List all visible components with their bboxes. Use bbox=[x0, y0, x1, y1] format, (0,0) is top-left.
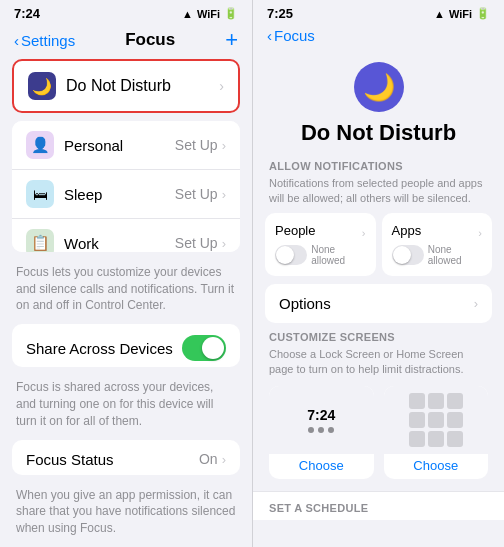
personal-icon: 👤 bbox=[26, 131, 54, 159]
app-icon-2 bbox=[428, 393, 444, 409]
app-icon-1 bbox=[409, 393, 425, 409]
r-battery-icon: 🔋 bbox=[476, 7, 490, 20]
people-apps-cards: People › None allowed Apps › None allowe… bbox=[265, 213, 492, 276]
lock-screen-choose-button[interactable]: Choose bbox=[299, 454, 344, 475]
options-chevron-icon: › bbox=[474, 296, 478, 311]
customize-screens-section: CUSTOMIZE SCREENS Choose a Lock Screen o… bbox=[253, 331, 504, 487]
sleep-item[interactable]: 🛏 Sleep Set Up › bbox=[12, 170, 240, 219]
app-icon-3 bbox=[447, 393, 463, 409]
work-label: Work bbox=[64, 235, 175, 252]
right-status-bar: 7:25 ▲ WiFi 🔋 bbox=[253, 0, 504, 25]
focus-status-row[interactable]: Focus Status On › bbox=[12, 440, 240, 475]
customize-screens-desc: Choose a Lock Screen or Home Screen page… bbox=[269, 347, 488, 378]
personal-action: Set Up bbox=[175, 137, 218, 153]
people-card[interactable]: People › None allowed bbox=[265, 213, 376, 276]
focus-status-section: Focus Status On › bbox=[12, 440, 240, 475]
dnd-title: Do Not Disturb bbox=[301, 120, 456, 146]
signal-icon: ▲ bbox=[182, 8, 193, 20]
left-time: 7:24 bbox=[14, 6, 40, 21]
battery-icon: 🔋 bbox=[224, 7, 238, 20]
dnd-icon: 🌙 bbox=[28, 72, 56, 100]
dot-3 bbox=[328, 427, 334, 433]
focus-status-label: Focus Status bbox=[26, 451, 199, 468]
apps-toggle-row: None allowed bbox=[392, 244, 483, 266]
focus-status-description: When you give an app permission, it can … bbox=[0, 483, 252, 547]
share-description: Focus is shared across your devices, and… bbox=[0, 375, 252, 439]
share-across-devices-label: Share Across Devices bbox=[26, 340, 182, 357]
left-status-icons: ▲ WiFi 🔋 bbox=[182, 7, 238, 20]
apps-sub: None allowed bbox=[428, 244, 482, 266]
people-sub: None allowed bbox=[311, 244, 365, 266]
settings-back-button[interactable]: ‹ Settings bbox=[14, 32, 75, 49]
home-screen-choose-button[interactable]: Choose bbox=[413, 454, 458, 475]
app-icon-8 bbox=[428, 431, 444, 447]
personal-chevron-icon: › bbox=[222, 138, 226, 153]
set-a-schedule-bar: SET A SCHEDULE bbox=[253, 491, 504, 520]
share-across-devices-toggle[interactable] bbox=[182, 335, 226, 361]
apps-card[interactable]: Apps › None allowed bbox=[382, 213, 493, 276]
back-chevron-icon: ‹ bbox=[14, 32, 19, 49]
right-status-icons: ▲ WiFi 🔋 bbox=[434, 7, 490, 20]
apps-chevron-icon: › bbox=[478, 227, 482, 239]
left-nav-title: Focus bbox=[125, 30, 175, 50]
people-chevron-icon: › bbox=[362, 227, 366, 239]
personal-item[interactable]: 👤 Personal Set Up › bbox=[12, 121, 240, 170]
apps-toggle[interactable] bbox=[392, 245, 424, 265]
r-wifi-icon: WiFi bbox=[449, 8, 472, 20]
options-row[interactable]: Options › bbox=[265, 284, 492, 323]
allow-notifications-section: ALLOW NOTIFICATIONS Notifications from s… bbox=[265, 160, 492, 276]
work-item[interactable]: 📋 Work Set Up › bbox=[12, 219, 240, 252]
focus-status-chevron-icon: › bbox=[222, 452, 226, 467]
focus-back-button[interactable]: ‹ Focus bbox=[267, 27, 490, 44]
left-panel: 7:24 ▲ WiFi 🔋 ‹ Settings Focus + 🌙 Do No… bbox=[0, 0, 252, 547]
app-icon-6 bbox=[447, 412, 463, 428]
sleep-icon: 🛏 bbox=[26, 180, 54, 208]
lock-screen-preview: 7:24 bbox=[269, 386, 374, 454]
add-focus-button[interactable]: + bbox=[225, 29, 238, 51]
people-label: People bbox=[275, 223, 315, 238]
app-icon-4 bbox=[409, 412, 425, 428]
dot-2 bbox=[318, 427, 324, 433]
focus-items-list: 👤 Personal Set Up › 🛏 Sleep Set Up › 📋 W… bbox=[12, 121, 240, 252]
right-time: 7:25 bbox=[267, 6, 293, 21]
dnd-moon-icon: 🌙 bbox=[354, 62, 404, 112]
app-icon-9 bbox=[447, 431, 463, 447]
do-not-disturb-item[interactable]: 🌙 Do Not Disturb › bbox=[12, 59, 240, 113]
lock-dots bbox=[308, 427, 334, 433]
focus-description: Focus lets you customize your devices an… bbox=[0, 260, 252, 324]
home-screen-preview bbox=[384, 386, 489, 454]
left-nav-bar: ‹ Settings Focus + bbox=[0, 25, 252, 59]
set-a-schedule-title: SET A SCHEDULE bbox=[269, 502, 488, 514]
people-toggle-row: None allowed bbox=[275, 244, 366, 266]
dot-1 bbox=[308, 427, 314, 433]
lock-screen-card[interactable]: 7:24 Choose bbox=[269, 386, 374, 479]
right-nav-bar: ‹ Focus bbox=[253, 25, 504, 52]
share-across-devices-section: Share Across Devices bbox=[12, 324, 240, 367]
app-icon-7 bbox=[409, 431, 425, 447]
work-chevron-icon: › bbox=[222, 236, 226, 251]
screens-row: 7:24 Choose bbox=[253, 386, 504, 479]
app-icon-5 bbox=[428, 412, 444, 428]
sleep-chevron-icon: › bbox=[222, 187, 226, 202]
sleep-label: Sleep bbox=[64, 186, 175, 203]
options-label: Options bbox=[279, 295, 474, 312]
wifi-icon: WiFi bbox=[197, 8, 220, 20]
customize-screens-title: CUSTOMIZE SCREENS bbox=[269, 331, 488, 343]
work-action: Set Up bbox=[175, 235, 218, 251]
r-back-chevron-icon: ‹ bbox=[267, 27, 272, 44]
personal-label: Personal bbox=[64, 137, 175, 154]
home-grid bbox=[405, 389, 467, 451]
share-across-devices-row[interactable]: Share Across Devices bbox=[12, 324, 240, 367]
allow-notifications-desc: Notifications from selected people and a… bbox=[265, 176, 492, 213]
sleep-action: Set Up bbox=[175, 186, 218, 202]
home-screen-card[interactable]: Choose bbox=[384, 386, 489, 479]
lock-time: 7:24 bbox=[307, 407, 335, 423]
dnd-chevron-icon: › bbox=[219, 78, 224, 94]
r-signal-icon: ▲ bbox=[434, 8, 445, 20]
work-icon: 📋 bbox=[26, 229, 54, 252]
left-status-bar: 7:24 ▲ WiFi 🔋 bbox=[0, 0, 252, 25]
dnd-header: 🌙 Do Not Disturb bbox=[253, 52, 504, 160]
allow-notifications-title: ALLOW NOTIFICATIONS bbox=[265, 160, 492, 176]
dnd-label: Do Not Disturb bbox=[66, 77, 219, 95]
people-toggle[interactable] bbox=[275, 245, 307, 265]
